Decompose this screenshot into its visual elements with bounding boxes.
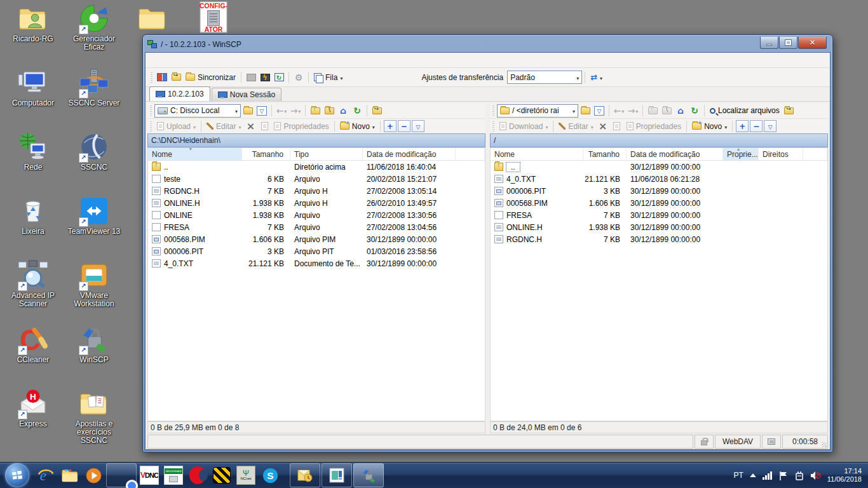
taskbar-winscp-button[interactable]: [353, 463, 384, 487]
remote-directory-selector[interactable]: / <diretório rai: [497, 104, 578, 118]
encryption-status-cell[interactable]: [695, 435, 714, 449]
toolbar-grip[interactable]: [150, 105, 152, 116]
menu-item[interactable]: [181, 58, 191, 62]
column-header-direitos[interactable]: Direitos: [759, 148, 803, 160]
taskbar-explorer-icon[interactable]: [57, 463, 81, 487]
action-center-flag-icon[interactable]: [779, 471, 789, 480]
new-button[interactable]: Novo: [337, 119, 377, 133]
console-button[interactable]: [244, 71, 258, 85]
menu-item[interactable]: [161, 58, 171, 62]
menu-item[interactable]: [151, 58, 161, 62]
select-files-button[interactable]: [736, 120, 749, 132]
preferences-button[interactable]: [292, 71, 306, 85]
home-directory-button[interactable]: [336, 104, 350, 118]
desktop-icon[interactable]: H Express: [3, 386, 64, 451]
taskbar-heidenhain-icon[interactable]: HEIDENHAIN: [161, 463, 186, 487]
forward-button[interactable]: [288, 104, 302, 118]
queue-button[interactable]: Fila: [311, 70, 345, 85]
taskbar-wmp-icon[interactable]: [81, 463, 105, 487]
toolbar-grip[interactable]: [492, 105, 494, 116]
menu-item[interactable]: [171, 58, 181, 62]
maximize-button[interactable]: [779, 37, 797, 49]
protocol-cell[interactable]: WebDAV: [715, 435, 761, 449]
refresh-button[interactable]: [350, 104, 364, 118]
table-row[interactable]: .. Diretório acima 11/06/2018 16:40:04: [148, 161, 485, 173]
transfer-settings-select[interactable]: Padrão: [507, 71, 582, 84]
server-status-cell[interactable]: [762, 435, 781, 449]
toolbar-grip[interactable]: [151, 72, 153, 83]
volume-muted-icon[interactable]: [810, 471, 821, 480]
follow-links-button[interactable]: [370, 104, 384, 118]
synchronize-button[interactable]: Sincronizar: [183, 70, 238, 85]
rename-button[interactable]: [610, 119, 624, 133]
synchronize-browsing-button[interactable]: [169, 71, 183, 85]
column-header-data[interactable]: Data de modificação: [363, 148, 456, 160]
desktop-icon[interactable]: VMware Workstation: [64, 258, 125, 322]
table-row[interactable]: ONLINE.H 1.938 KB 30/12/1899 00:00:00: [491, 221, 827, 233]
menu-item[interactable]: [191, 58, 201, 62]
remote-path-bar[interactable]: /: [490, 133, 828, 147]
taskbar-image-viewer-button[interactable]: [322, 463, 352, 487]
clock[interactable]: 17:14 11/06/2018: [827, 467, 862, 484]
open-directory-button[interactable]: [241, 104, 255, 118]
session-tab[interactable]: 10.2.2.103: [149, 86, 210, 101]
upload-button[interactable]: Upload: [154, 119, 198, 133]
table-row[interactable]: teste 6 KB Arquivo 20/02/2018 15:21:07: [148, 173, 485, 185]
table-row[interactable]: ONLINE 1.938 KB Arquivo 27/02/2008 13:30…: [148, 209, 485, 221]
taskbar-tool-icon[interactable]: [210, 463, 234, 487]
unselect-files-button[interactable]: [398, 120, 410, 132]
desktop-icon[interactable]: TeamViewer 13: [64, 194, 125, 258]
table-row[interactable]: 000006.PIT 3 KB 30/12/1899 00:00:00: [491, 185, 827, 197]
back-button[interactable]: [275, 104, 288, 118]
column-header-nome[interactable]: Nome: [148, 148, 242, 160]
column-header-tamanho[interactable]: Tamanho: [242, 148, 290, 160]
download-button[interactable]: Download: [497, 119, 550, 133]
column-header-tipo[interactable]: Tipo: [290, 148, 363, 160]
hidden-icons-arrow[interactable]: [750, 473, 756, 477]
menu-item[interactable]: [222, 58, 232, 62]
table-row[interactable]: FRESA 7 KB 30/12/1899 00:00:00: [491, 209, 827, 221]
desktop-icon[interactable]: WinSCP: [64, 322, 125, 386]
taskbar-ncnet-icon[interactable]: ΨNCnet: [234, 463, 258, 487]
taskbar-ie-icon[interactable]: e: [33, 463, 57, 487]
desktop-icon[interactable]: C CCleaner: [3, 322, 64, 386]
taskbar-chrome-button[interactable]: [106, 463, 137, 487]
delete-button[interactable]: [243, 119, 257, 133]
open-terminal-button[interactable]: [258, 71, 272, 85]
selection-filter-button[interactable]: [412, 120, 424, 132]
select-files-button[interactable]: [384, 120, 397, 132]
minimize-button[interactable]: [760, 37, 778, 49]
menu-item[interactable]: [212, 58, 222, 62]
start-button[interactable]: [5, 463, 29, 487]
find-files-button[interactable]: Localizar arquivos: [707, 103, 782, 118]
local-drive-selector[interactable]: C: Disco Local: [154, 104, 241, 118]
edit-button[interactable]: Editar: [204, 119, 243, 133]
forward-button[interactable]: [626, 104, 640, 118]
table-row[interactable]: .. 30/12/1899 00:00:00: [491, 161, 827, 173]
properties-button[interactable]: Propriedades: [271, 119, 331, 133]
root-directory-button[interactable]: [660, 104, 674, 118]
title-bar[interactable]: / - 10.2.2.103 - WinSCP ✕: [145, 37, 831, 52]
language-indicator[interactable]: PT: [733, 471, 743, 480]
desktop-icon[interactable]: Lixeira: [3, 194, 64, 258]
table-row[interactable]: ONLINE.H 1.938 KB Arquivo H 26/02/2010 1…: [148, 197, 485, 209]
taskbar-skype-icon[interactable]: S: [258, 463, 282, 487]
filter-button[interactable]: [592, 104, 606, 118]
desktop-icon[interactable]: Apostilas e exercícios SSCNC: [64, 386, 125, 451]
follow-links-button[interactable]: [782, 104, 796, 118]
menu-item[interactable]: [201, 58, 212, 62]
table-row[interactable]: 4_0.TXT 21.121 KB Documento de Te... 30/…: [148, 257, 485, 269]
unselect-files-button[interactable]: [750, 120, 763, 132]
session-tab[interactable]: Nova Sessão: [212, 88, 281, 101]
taskbar-outlook-button[interactable]: [290, 463, 320, 487]
table-row[interactable]: FRESA 7 KB Arquivo 27/02/2008 13:04:56: [148, 221, 485, 233]
column-header-proprietario[interactable]: Proprie...: [723, 148, 759, 160]
table-row[interactable]: 000568.PIM 1.606 KB 30/12/1899 00:00:00: [491, 197, 827, 209]
column-header-nome[interactable]: Nome: [491, 148, 583, 160]
properties-button[interactable]: Propriedades: [624, 119, 684, 133]
toolbar-grip[interactable]: [492, 121, 494, 132]
selection-filter-button[interactable]: [764, 120, 776, 132]
filter-button[interactable]: [255, 104, 269, 118]
local-path-bar[interactable]: C:\DNC\Heidenhain\: [147, 133, 485, 147]
desktop-icon-configator[interactable]: CONFIG-ATOR: [197, 1, 230, 33]
